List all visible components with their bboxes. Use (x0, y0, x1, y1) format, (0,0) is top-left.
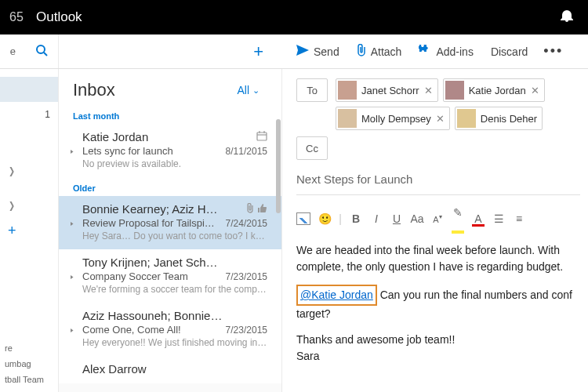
send-button[interactable]: Send (290, 42, 346, 61)
group-header[interactable]: Older (59, 177, 281, 196)
message-preview: Hey Sara… Do you want to come too? I kno… (82, 230, 267, 241)
remove-recipient-icon[interactable]: ✕ (436, 113, 445, 125)
message-item[interactable]: Tony Krijnen; Janet Sch… ▸ Company Socce… (59, 249, 281, 303)
italic-button[interactable]: I (367, 212, 386, 225)
format-toolbar: 🙂 | B I U Aa A▾ ✎ A ☰ ≡ (296, 203, 580, 242)
nav-add[interactable]: + (0, 218, 58, 243)
recipient-chip[interactable]: Molly Dempsey ✕ (336, 107, 450, 130)
message-date: 8/11/2015 (226, 146, 267, 157)
number-list-button[interactable]: ≡ (510, 212, 528, 225)
message-sender: Katie Jordan (82, 130, 253, 143)
message-list: Inbox All ⌄ Last month Katie Jordan ▸ Le… (59, 69, 282, 392)
expand-icon[interactable]: ▸ (71, 147, 74, 155)
nav-item[interactable]: 1 (0, 102, 58, 127)
to-button[interactable]: To (296, 78, 328, 102)
nav-expand[interactable]: ❯ (0, 193, 58, 218)
nav-truncated-label[interactable]: umbag (0, 356, 58, 372)
message-date: 7/24/2015 (226, 218, 267, 229)
message-body[interactable]: We are headed into the final week before… (296, 242, 580, 365)
expand-icon[interactable]: ▸ (71, 219, 74, 227)
command-bar: e + Send Attach Add-ins Discard (0, 34, 588, 69)
bullet-list-button[interactable]: ☰ (489, 212, 508, 225)
chevron-right-icon: ❯ (9, 200, 15, 211)
addins-icon (419, 44, 431, 59)
avatar (445, 81, 464, 100)
font-case-button[interactable]: Aa (408, 212, 426, 225)
recipient-chip[interactable]: Denis Deher (455, 107, 543, 130)
message-subject: Come One, Come All! (82, 324, 220, 336)
chevron-down-icon: ⌄ (252, 85, 260, 96)
addins-button[interactable]: Add-ins (412, 41, 479, 62)
expand-icon[interactable]: ▸ (71, 272, 74, 281)
avatar (338, 81, 357, 100)
plus-icon: + (8, 223, 16, 239)
app-launcher-partial: 65 (9, 10, 28, 24)
message-item[interactable]: Bonnie Kearney; Aziz H… ▸ Review Proposa… (59, 196, 281, 249)
folder-title: Inbox (73, 80, 237, 100)
body-line: Thanks and awesome job team!! (296, 333, 455, 346)
recipient-name: Molly Dempsey (361, 113, 431, 125)
at-mention[interactable]: @Katie Jordan (300, 289, 373, 301)
nav-expand[interactable]: ❯ (0, 158, 58, 183)
recipient-chip[interactable]: Janet Schorr ✕ (336, 78, 438, 102)
filter-dropdown[interactable]: All ⌄ (237, 84, 260, 96)
message-item[interactable]: Katie Jordan ▸ Lets sync for launch 8/11… (59, 124, 281, 177)
scrollbar-thumb[interactable] (276, 119, 281, 213)
discard-button[interactable]: Discard (485, 42, 534, 61)
chevron-right-icon: ❯ (9, 165, 15, 176)
body-line: target? (296, 307, 331, 320)
expand-icon[interactable]: ▸ (71, 325, 74, 334)
body-line: Can you run the final numbers and conf (377, 289, 572, 301)
message-date: 7/23/2015 (226, 325, 267, 336)
avatar (457, 109, 476, 128)
message-sender: Aziz Hassouneh; Bonnie… (82, 309, 267, 322)
notifications-icon[interactable] (555, 9, 579, 25)
message-subject: Company Soccer Team (82, 270, 220, 282)
font-color-button[interactable]: A (469, 212, 488, 225)
group-header[interactable]: Last month (59, 105, 281, 124)
cc-button[interactable]: Cc (296, 136, 328, 160)
message-date: 7/23/2015 (226, 271, 267, 282)
send-icon (296, 45, 309, 58)
bold-button[interactable]: B (347, 212, 365, 225)
highlight-button[interactable]: ✎ (448, 206, 467, 231)
body-line: Sara (296, 350, 320, 362)
nav-item-count: 1 (45, 109, 50, 120)
avatar (338, 109, 357, 128)
message-sender: Tony Krijnen; Janet Sch… (82, 256, 267, 269)
to-recipients[interactable]: Janet Schorr ✕ Katie Jordan ✕ Molly Demp… (336, 78, 580, 130)
like-icon (257, 203, 267, 216)
new-message-button[interactable]: + (253, 42, 263, 62)
attach-label: Attach (371, 45, 402, 58)
recipient-chip[interactable]: Katie Jordan ✕ (443, 78, 545, 102)
message-item[interactable]: Alex Darrow (59, 356, 281, 383)
body-line: complete, the only question I have is re… (296, 260, 563, 273)
remove-recipient-icon[interactable]: ✕ (424, 85, 433, 96)
mention-highlight: @Katie Jordan (296, 285, 377, 306)
paperclip-icon (246, 203, 254, 216)
search-icon[interactable] (35, 44, 48, 59)
message-sender: Alex Darrow (82, 362, 267, 376)
font-size-button[interactable]: A▾ (428, 213, 447, 224)
message-sender: Bonnie Kearney; Aziz H… (82, 202, 243, 216)
filter-label: All (237, 84, 249, 96)
subject-input[interactable] (296, 172, 580, 186)
scrollbar[interactable] (276, 105, 281, 392)
more-actions-button[interactable]: ••• (539, 43, 568, 60)
emoji-icon[interactable]: 🙂 (315, 212, 334, 225)
compose-pane: To Janet Schorr ✕ Katie Jordan ✕ Molly D… (282, 69, 588, 392)
message-item[interactable]: Aziz Hassouneh; Bonnie… ▸ Come One, Come… (59, 303, 281, 356)
remove-recipient-icon[interactable]: ✕ (531, 85, 539, 96)
message-preview: We're forming a soccer team for the comp… (82, 284, 267, 295)
nav-item-selected[interactable] (0, 77, 58, 102)
svg-line-1 (44, 53, 47, 56)
folder-nav: 1 ❯ ❯ + re umbag tball Team (0, 69, 59, 392)
message-subject: Lets sync for launch (82, 145, 220, 157)
app-title: Outlook (36, 9, 555, 25)
svg-point-0 (37, 45, 45, 53)
attach-button[interactable]: Attach (350, 41, 408, 62)
underline-button[interactable]: U (387, 212, 406, 225)
insert-image-icon[interactable] (296, 212, 310, 225)
nav-truncated-label[interactable]: tball Team (0, 372, 58, 387)
nav-truncated-label[interactable]: re (0, 340, 58, 356)
